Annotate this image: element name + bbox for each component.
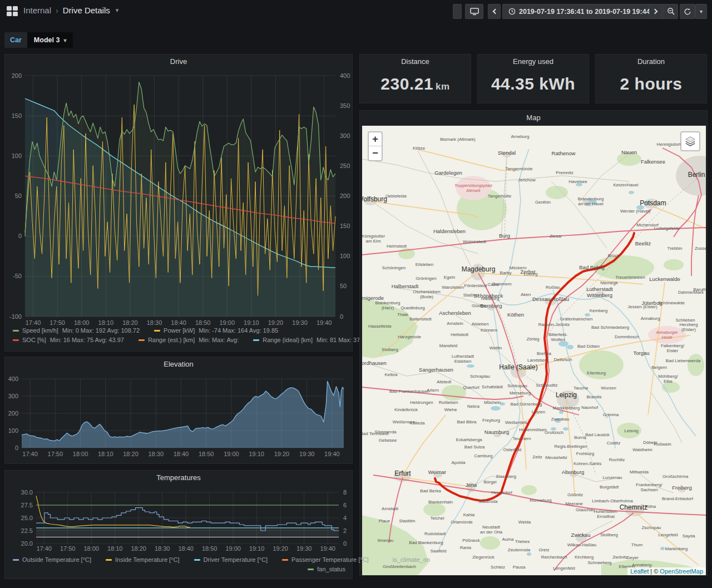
- map-city-label-line: Freiberg: [672, 485, 691, 491]
- map-city-label: Beelitz: [635, 240, 651, 246]
- map-city-label: Staßfurt: [463, 293, 479, 298]
- map-city-label: Arneburg: [511, 134, 530, 139]
- map-layers-button[interactable]: [680, 131, 700, 151]
- panel-title-distance[interactable]: Distance: [360, 55, 471, 68]
- map-city-label-line: Roßwein: [654, 442, 671, 447]
- map-city-label: Tangerhütte: [488, 194, 512, 199]
- breadcrumb-page-title[interactable]: Drive Details: [63, 6, 110, 15]
- map-city-label: Dommitzsch: [615, 334, 639, 339]
- map-city-label-line: Brehna: [537, 351, 551, 356]
- leaflet-map[interactable]: + − Leaflet | © OpenStreetMap KlötzeBism…: [362, 126, 706, 575]
- map-city-label: Brück: [608, 253, 620, 258]
- drive-chart-plot[interactable]: 200150100500-50-100400350300250200150100…: [5, 55, 353, 352]
- map-city-label-line: Waldheim: [632, 447, 652, 452]
- legend-item[interactable]: Power [kW]Min: -74 Max: 164 Avg: 19.85: [154, 327, 278, 334]
- panel-title-energy-used[interactable]: Energy used: [478, 55, 589, 68]
- elevation-chart-plot[interactable]: 400300200100017:4017:5018:0018:1018:2018…: [5, 357, 353, 465]
- leaflet-link[interactable]: Leaflet: [630, 568, 649, 575]
- map-city-label: Stadtroda: [478, 499, 498, 504]
- legend-item[interactable]: Speed [km/h]Min: 0 Max: 192 Avg: 108.72: [13, 327, 140, 334]
- map-city-label: Weißenfels: [505, 420, 527, 425]
- map-canvas[interactable]: KlötzeBismark (Altmark)ArneburgStendalRa…: [362, 126, 706, 575]
- map-city-label-line: Freyburg: [482, 418, 500, 423]
- map-zoom-in-button[interactable]: +: [369, 132, 382, 146]
- map-city-label: Alsleben: [472, 322, 489, 327]
- map-city-label-line: Wittenberg: [587, 292, 612, 298]
- legend-item[interactable]: is_climate_on: [383, 556, 430, 563]
- map-city-label: Eilenburg: [587, 370, 606, 375]
- time-range-picker[interactable]: 2019-07-19 17:36:41 to 2019-07-19 19:44:…: [502, 4, 673, 19]
- panel-tools-button[interactable]: [453, 4, 462, 19]
- x-axis-tick-label: 18:50: [199, 451, 214, 457]
- y2-axis-tick-label: 8: [343, 489, 347, 496]
- legend-series-color: [13, 339, 19, 341]
- map-city-label-line: Gräfenhainichen: [560, 317, 593, 322]
- map-city-label-line: Camburg: [474, 453, 493, 458]
- legend-item[interactable]: Passenger Temperature [°C]: [282, 556, 369, 563]
- x-axis-tick-label: 18:40: [174, 451, 189, 457]
- x-axis-tick-label: 19:40: [317, 319, 332, 326]
- map-city-label-line: Burg: [499, 233, 510, 239]
- map-city-label: Premnitz: [556, 170, 573, 175]
- legend-series-name: Outside Temperature [°C]: [22, 556, 91, 563]
- panel-title-map[interactable]: Map: [360, 111, 707, 124]
- map-city-label-line: Ranis: [460, 545, 471, 550]
- map-city-label: Zörbig: [527, 337, 540, 342]
- map-city-label-line: Mittweida: [630, 470, 649, 475]
- map-city-label: Chemnitz: [620, 503, 648, 511]
- openstreetmap-link[interactable]: OpenStreetMap: [660, 568, 703, 575]
- elevation-svg: 400300200100017:4017:5018:0018:1018:2018…: [5, 357, 353, 465]
- legend-item[interactable]: fan_status: [308, 566, 345, 572]
- map-city-label: Wiehe: [444, 407, 457, 412]
- panel-title-duration[interactable]: Duration: [596, 55, 706, 68]
- y-axis-tick-label: 100: [12, 152, 22, 159]
- legend-series-name: Range (est.) [km]: [148, 337, 195, 343]
- map-attribution: Leaflet | © OpenStreetMap: [627, 567, 706, 575]
- map-city-label: Könnern: [481, 328, 497, 333]
- breadcrumb-section[interactable]: Internal: [23, 6, 51, 15]
- map-city-label-line: Eilenburg: [587, 370, 606, 375]
- map-city-label-line: Weißensee: [393, 419, 416, 424]
- map-city-label: Trebbin: [668, 246, 683, 251]
- map-city-label: Zossen: [695, 246, 706, 251]
- chevron-right-icon: [652, 9, 657, 14]
- zoom-out-time-button[interactable]: [664, 4, 678, 19]
- legend-series-color: [13, 559, 19, 561]
- variable-car-select[interactable]: Model 3 ▾: [27, 32, 73, 48]
- map-city-label-line: Arneburg: [511, 134, 530, 139]
- time-back-button[interactable]: [488, 4, 501, 19]
- grafana-menu-icon[interactable]: [7, 6, 18, 16]
- map-city-label-line: Landsberg: [527, 358, 548, 363]
- y2-axis-tick-label: 350: [340, 102, 350, 109]
- legend-item[interactable]: Range (est.) [km]Min: Max: Avg:: [139, 337, 239, 343]
- map-city-label: Taucha: [573, 386, 588, 391]
- legend-item[interactable]: Driver Temperature [°C]: [194, 556, 268, 563]
- refresh-button[interactable]: [680, 4, 695, 19]
- map-zoom-out-button[interactable]: −: [369, 146, 382, 160]
- chevron-down-icon[interactable]: ▾: [116, 7, 119, 14]
- legend-item[interactable]: Inside Temperature [°C]: [106, 556, 179, 563]
- cycle-view-button[interactable]: [465, 4, 483, 19]
- map-city-label-line: Zschopau: [641, 525, 661, 530]
- refresh-interval-dropdown[interactable]: ▾: [695, 4, 707, 19]
- time-forward-button[interactable]: [649, 4, 662, 19]
- map-city-label: Ziegenrück: [472, 555, 495, 560]
- map-city-label-line: Schneeberg: [587, 560, 611, 565]
- map-city-label: Markkleeberg: [553, 406, 580, 411]
- map-city-label: Berlin: [688, 171, 705, 179]
- legend-item[interactable]: SOC [%]Min: 16 Max: 75 Avg: 43.97: [13, 337, 124, 343]
- map-city-label: Schlieben: [675, 318, 695, 323]
- map-city-label-line: Bismark (Altmark): [440, 137, 476, 142]
- map-city-label-line: Raguhn-Jeßnitz: [538, 322, 570, 327]
- temperatures-chart-plot[interactable]: 30.027.525.022.520.08642017:4017:5018:00…: [5, 471, 353, 554]
- map-city-label: Colditz: [607, 441, 620, 446]
- legend-item[interactable]: Outside Temperature [°C]: [13, 556, 91, 563]
- y2-axis-tick-label: 2: [343, 527, 347, 534]
- map-city-label-line: Erfurt: [394, 470, 411, 477]
- map-city-label: Mansfeld: [439, 343, 457, 348]
- map-city-label: Eilsleben: [416, 262, 433, 267]
- grid-square: [7, 12, 12, 16]
- chevron-down-icon: ▾: [63, 37, 66, 43]
- time-range-text: 2019-07-19 17:36:41 to 2019-07-19 19:44:…: [519, 8, 660, 16]
- magnifier-minus-icon: [667, 7, 675, 16]
